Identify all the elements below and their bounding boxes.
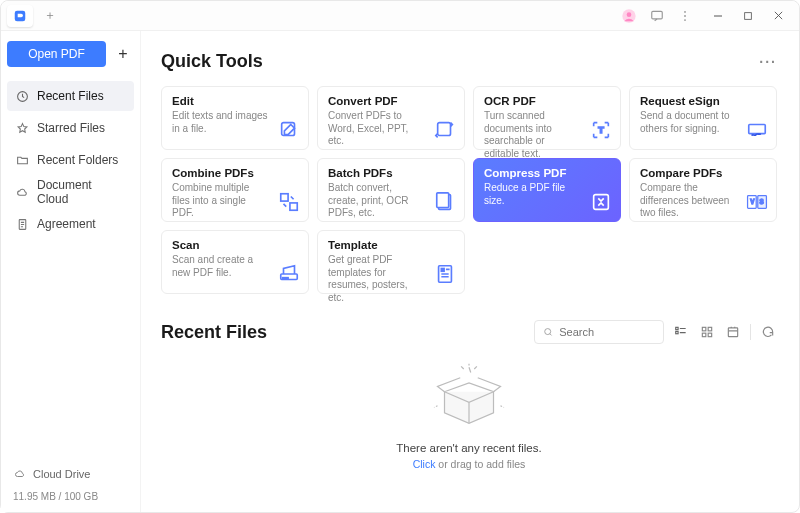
cloud-drive-label: Cloud Drive (33, 468, 90, 480)
open-pdf-button[interactable]: Open PDF (7, 41, 106, 67)
tool-card-ocr[interactable]: OCR PDF Turn scanned documents into sear… (473, 86, 621, 150)
compress-icon (590, 191, 612, 213)
svg-rect-17 (281, 194, 288, 201)
avatar-icon[interactable] (621, 8, 637, 24)
tool-card-compress[interactable]: Compress PDF Reduce a PDF file size. (473, 158, 621, 222)
main-content: Quick Tools ··· Edit Edit texts and imag… (141, 31, 799, 512)
tool-card-combine[interactable]: Combine PDFs Combine multiple files into… (161, 158, 309, 222)
tool-card-esign[interactable]: Request eSign Send a document to others … (629, 86, 777, 150)
tool-card-convert[interactable]: Convert PDF Convert PDFs to Word, Excel,… (317, 86, 465, 150)
svg-point-30 (545, 329, 551, 335)
svg-rect-8 (745, 12, 752, 19)
tool-desc: Compare the differences between two file… (640, 182, 736, 220)
tool-title: Combine PDFs (172, 167, 268, 179)
sidebar-item-recent-files[interactable]: Recent Files (7, 81, 134, 111)
sidebar-nav: Recent Files Starred Files Recent Folder… (7, 81, 134, 239)
edit-icon (278, 119, 300, 141)
ocr-icon: T (590, 119, 612, 141)
sidebar-item-recent-folders[interactable]: Recent Folders (7, 145, 134, 175)
sidebar-item-starred-files[interactable]: Starred Files (7, 113, 134, 143)
list-view-button[interactable] (672, 323, 690, 341)
minimize-button[interactable] (703, 2, 733, 30)
scan-icon (278, 263, 300, 285)
tool-title: Convert PDF (328, 95, 424, 107)
svg-rect-18 (290, 203, 297, 210)
new-tab-button[interactable]: ＋ (39, 5, 61, 27)
sidebar-item-agreement[interactable]: Agreement (7, 209, 134, 239)
search-icon (543, 326, 553, 338)
tool-card-compare[interactable]: Compare PDFs Compare the differences bet… (629, 158, 777, 222)
tool-desc: Edit texts and images in a file. (172, 110, 268, 135)
svg-rect-34 (708, 327, 712, 331)
tool-desc: Reduce a PDF file size. (484, 182, 580, 207)
svg-rect-36 (708, 333, 712, 337)
tool-card-edit[interactable]: Edit Edit texts and images in a file. (161, 86, 309, 150)
tool-card-template[interactable]: Template Get great PDF templates for res… (317, 230, 465, 294)
empty-box-icon (424, 362, 514, 432)
tool-desc: Convert PDFs to Word, Excel, PPT, etc. (328, 110, 424, 148)
sidebar: Open PDF + Recent Files Starred Files Re… (1, 31, 141, 512)
message-icon[interactable] (649, 8, 665, 24)
storage-quota: 11.95 MB / 100 GB (7, 491, 134, 506)
sidebar-item-label: Recent Files (37, 89, 104, 103)
star-icon (15, 121, 29, 135)
sidebar-item-label: Agreement (37, 217, 96, 231)
quick-tools-more-button[interactable]: ··· (759, 54, 777, 70)
sidebar-item-label: Document Cloud (37, 178, 126, 206)
tool-title: Batch PDFs (328, 167, 424, 179)
empty-title: There aren't any recent files. (396, 442, 541, 454)
click-link[interactable]: Click (413, 458, 436, 470)
maximize-button[interactable] (733, 2, 763, 30)
tool-title: Compress PDF (484, 167, 580, 179)
sidebar-item-label: Recent Folders (37, 153, 118, 167)
convert-icon (434, 119, 456, 141)
svg-rect-32 (676, 331, 678, 333)
quick-tools-grid: Edit Edit texts and images in a file. Co… (161, 86, 777, 294)
divider (750, 324, 751, 340)
empty-subtitle: Click or drag to add files (413, 458, 526, 470)
add-files-text: to add files (475, 458, 526, 470)
app-tab[interactable] (7, 5, 33, 27)
tool-desc: Send a document to others for signing. (640, 110, 736, 135)
tool-title: Request eSign (640, 95, 736, 107)
svg-rect-3 (652, 11, 663, 19)
clock-icon (15, 89, 29, 103)
folder-icon (15, 153, 29, 167)
tool-desc: Combine multiple files into a single PDF… (172, 182, 268, 220)
titlebar: ＋ (1, 1, 799, 31)
sidebar-item-document-cloud[interactable]: Document Cloud (7, 177, 134, 207)
tool-card-scan[interactable]: Scan Scan and create a new PDF file. (161, 230, 309, 294)
tool-desc: Get great PDF templates for resumes, pos… (328, 254, 424, 304)
tool-desc: Turn scanned documents into searchable o… (484, 110, 580, 160)
svg-text:T: T (598, 125, 604, 135)
close-button[interactable] (763, 2, 793, 30)
svg-point-2 (627, 12, 632, 17)
search-input[interactable] (559, 326, 655, 338)
svg-rect-14 (438, 123, 451, 136)
cloud-drive-link[interactable]: Cloud Drive (7, 463, 134, 485)
tool-card-batch[interactable]: Batch PDFs Batch convert, create, print,… (317, 158, 465, 222)
svg-rect-35 (702, 333, 706, 337)
empty-state: There aren't any recent files. Click or … (161, 362, 777, 470)
svg-point-5 (684, 15, 686, 17)
cloud-icon (15, 185, 29, 199)
tool-title: Edit (172, 95, 268, 107)
search-input-wrapper[interactable] (534, 320, 664, 344)
compare-icon: VS (746, 191, 768, 213)
tool-title: OCR PDF (484, 95, 580, 107)
svg-rect-29 (441, 269, 444, 272)
refresh-button[interactable] (759, 323, 777, 341)
grid-view-button[interactable] (698, 323, 716, 341)
tool-desc: Scan and create a new PDF file. (172, 254, 268, 279)
combine-icon (278, 191, 300, 213)
svg-rect-27 (283, 278, 289, 279)
svg-point-6 (684, 19, 686, 21)
svg-rect-16 (749, 125, 766, 134)
svg-text:S: S (760, 198, 764, 205)
calendar-view-button[interactable] (724, 323, 742, 341)
kebab-menu-icon[interactable] (677, 8, 693, 24)
tool-title: Template (328, 239, 424, 251)
or-drag-text: or drag (435, 458, 474, 470)
add-button[interactable]: + (112, 41, 134, 67)
svg-rect-20 (437, 193, 449, 208)
